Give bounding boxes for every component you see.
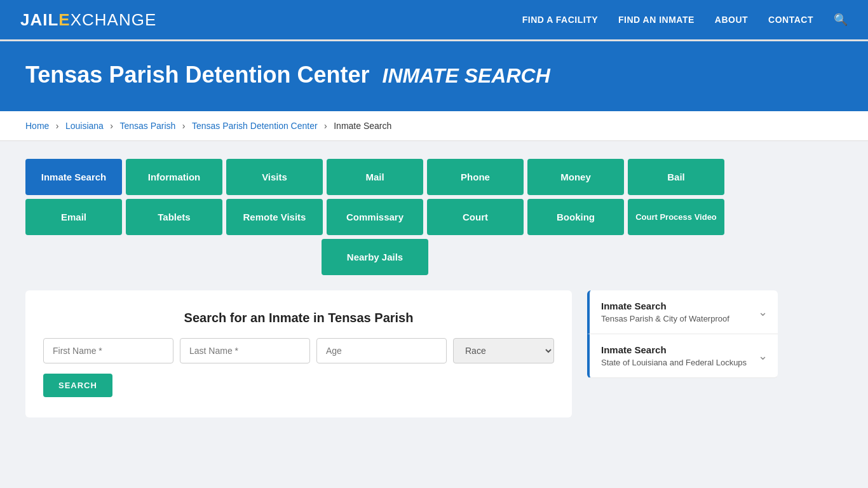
lower-section: Search for an Inmate in Tensas Parish Ra… bbox=[25, 290, 843, 417]
btn-court[interactable]: Court bbox=[427, 199, 524, 235]
btn-money[interactable]: Money bbox=[527, 159, 624, 195]
search-panel-title: Search for an Inmate in Tensas Parish bbox=[43, 311, 554, 325]
nav-about[interactable]: ABOUT bbox=[715, 15, 748, 25]
sidebar-card-2-subtitle: State of Louisiana and Federal Lockups bbox=[601, 358, 747, 367]
breadcrumb-current: Inmate Search bbox=[334, 121, 391, 131]
sidebar-card-1-title: Inmate Search bbox=[601, 301, 729, 311]
btn-tablets[interactable]: Tablets bbox=[126, 199, 222, 235]
sidebar-card-1[interactable]: Inmate Search Tensas Parish & City of Wa… bbox=[587, 290, 778, 334]
main-content: Inmate Search Information Visits Mail Ph… bbox=[0, 141, 868, 435]
sidebar-card-2-title: Inmate Search bbox=[601, 344, 747, 355]
nav-find-inmate[interactable]: FIND AN INMATE bbox=[618, 15, 695, 25]
btn-mail[interactable]: Mail bbox=[327, 159, 423, 195]
breadcrumb-louisiana[interactable]: Louisiana bbox=[65, 121, 104, 131]
sidebar-card-1-subtitle: Tensas Parish & City of Waterproof bbox=[601, 314, 729, 323]
nav-buttons-row2: Email Tablets Remote Visits Commissary C… bbox=[25, 199, 724, 235]
chevron-down-icon-2: ⌄ bbox=[758, 349, 768, 363]
chevron-down-icon: ⌄ bbox=[758, 305, 768, 319]
search-button[interactable]: SEARCH bbox=[43, 374, 112, 397]
nav-buttons-row1: Inmate Search Information Visits Mail Ph… bbox=[25, 159, 724, 195]
logo[interactable]: JAILEXCHANGE bbox=[20, 10, 156, 30]
breadcrumb-detention-center[interactable]: Tensas Parish Detention Center bbox=[192, 121, 318, 131]
search-fields: Race White Black Hispanic Asian Other bbox=[43, 338, 554, 363]
sidebar-card-2[interactable]: Inmate Search State of Louisiana and Fed… bbox=[587, 334, 778, 378]
nav-buttons-row3: Nearby Jails bbox=[25, 239, 724, 275]
btn-remote-visits[interactable]: Remote Visits bbox=[226, 199, 323, 235]
btn-commissary[interactable]: Commissary bbox=[327, 199, 423, 235]
race-select[interactable]: Race White Black Hispanic Asian Other bbox=[453, 338, 554, 363]
btn-information[interactable]: Information bbox=[126, 159, 222, 195]
btn-booking[interactable]: Booking bbox=[527, 199, 624, 235]
age-input[interactable] bbox=[316, 338, 447, 363]
btn-nearby-jails[interactable]: Nearby Jails bbox=[322, 239, 428, 275]
logo-x: E bbox=[58, 10, 70, 30]
nav-contact[interactable]: CONTACT bbox=[768, 15, 813, 25]
btn-bail[interactable]: Bail bbox=[628, 159, 724, 195]
btn-email[interactable]: Email bbox=[25, 199, 122, 235]
logo-exchange-text: XCHANGE bbox=[71, 10, 157, 30]
btn-visits[interactable]: Visits bbox=[226, 159, 323, 195]
first-name-input[interactable] bbox=[43, 338, 173, 363]
navbar: JAILEXCHANGE FIND A FACILITY FIND AN INM… bbox=[0, 0, 868, 41]
logo-jail-text: JAIL bbox=[20, 10, 58, 30]
hero-banner: Tensas Parish Detention Center INMATE SE… bbox=[0, 41, 868, 111]
breadcrumb-home[interactable]: Home bbox=[25, 121, 49, 131]
breadcrumb-tensas-parish[interactable]: Tensas Parish bbox=[119, 121, 175, 131]
sidebar: Inmate Search Tensas Parish & City of Wa… bbox=[587, 290, 778, 417]
breadcrumb: Home › Louisiana › Tensas Parish › Tensa… bbox=[0, 111, 868, 141]
last-name-input[interactable] bbox=[180, 338, 310, 363]
search-panel: Search for an Inmate in Tensas Parish Ra… bbox=[25, 290, 572, 417]
search-icon[interactable]: 🔍 bbox=[834, 13, 848, 27]
btn-phone[interactable]: Phone bbox=[427, 159, 524, 195]
btn-court-process-video[interactable]: Court Process Video bbox=[628, 199, 724, 235]
page-title: Tensas Parish Detention Center INMATE SE… bbox=[25, 62, 843, 88]
navbar-links: FIND A FACILITY FIND AN INMATE ABOUT CON… bbox=[522, 13, 848, 27]
nav-find-facility[interactable]: FIND A FACILITY bbox=[522, 15, 598, 25]
btn-inmate-search[interactable]: Inmate Search bbox=[25, 159, 122, 195]
